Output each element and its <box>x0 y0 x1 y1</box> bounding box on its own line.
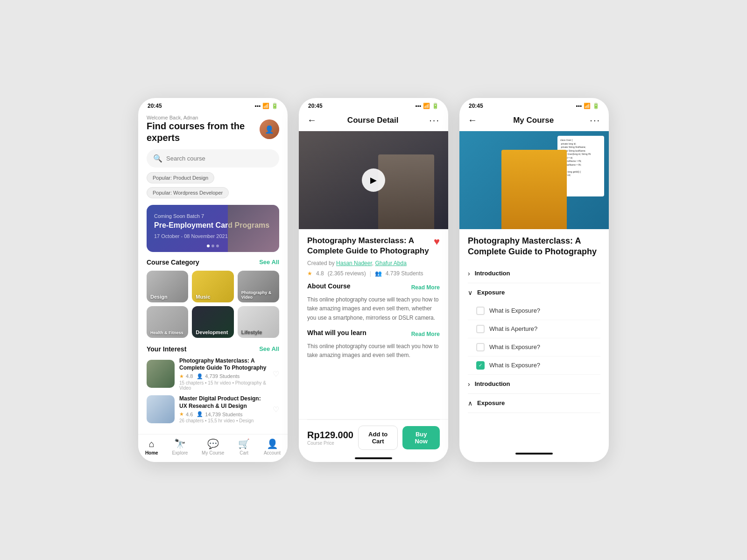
sub-label-2: What is Aperture? <box>489 325 537 332</box>
course-detail-title: Course Detail <box>347 116 399 125</box>
tag-wordpress[interactable]: Popular: Wordpress Developer <box>147 187 229 198</box>
cat-health-bg: Health & Fitness <box>147 306 188 338</box>
interest-see-all[interactable]: See All <box>259 345 279 352</box>
interest-sub-1: 15 chapters • 15 hr video • Photography … <box>179 380 268 391</box>
category-see-all[interactable]: See All <box>259 259 279 266</box>
rating-value: 4.8 <box>316 270 324 277</box>
my-course-title: My Course <box>513 116 554 125</box>
cat-photo-label: Photography & Video <box>241 290 275 300</box>
explore-icon: 🔭 <box>174 438 186 449</box>
nav-cart[interactable]: 🛒 Cart <box>238 438 250 455</box>
interest-item-1[interactable]: Photography Masterclass: A Complete Guid… <box>147 357 279 391</box>
back-button-2[interactable]: ← <box>307 115 317 126</box>
curriculum-exposure: ∨ Exposure What is Exposure? What is Ape… <box>468 283 600 375</box>
battery-icon-3: 🔋 <box>592 103 599 109</box>
search-input[interactable] <box>166 155 273 162</box>
dot-1 <box>207 245 210 247</box>
more-button-2[interactable]: ··· <box>429 115 440 126</box>
battery-icon-2: 🔋 <box>432 103 439 109</box>
category-dev[interactable]: Development <box>192 306 233 338</box>
banner-bg <box>228 205 279 252</box>
checkbox-3[interactable] <box>476 343 485 351</box>
checkbox-4[interactable]: ✓ <box>476 361 485 370</box>
interest-meta-2: ★ 4.6 👤 14,739 Students <box>179 411 268 417</box>
rating-1: 4.8 <box>186 373 193 379</box>
course-title: Photography Masterclass: A Complete Guid… <box>307 236 430 256</box>
cat-music-label: Music <box>196 294 210 300</box>
sub-label-3: What is Exposure? <box>489 343 540 350</box>
account-icon: 👤 <box>267 438 278 449</box>
play-button[interactable]: ▶ <box>362 168 385 192</box>
buy-now-button[interactable]: Buy Now <box>402 426 440 449</box>
checkbox-2[interactable] <box>476 325 485 333</box>
sub-item-1[interactable]: What is Exposure? <box>468 302 600 320</box>
page-headline: Find courses from the experts <box>147 120 260 144</box>
bottom-nav: ⌂ Home 🔭 Explore 💬 My Course 🛒 Cart 👤 Ac… <box>138 434 288 462</box>
course-price: Rp129.000 <box>307 430 353 441</box>
search-bar[interactable]: 🔍 <box>147 149 279 168</box>
nav-account[interactable]: 👤 Account <box>264 438 281 455</box>
avatar-img: 👤 <box>260 119 279 139</box>
interest-thumb-1 <box>147 360 175 388</box>
stars-icon: ★ <box>307 270 312 277</box>
interest-title: Your Interest <box>147 345 186 353</box>
category-lifestyle[interactable]: Lifestyle <box>238 306 279 338</box>
sub-item-3[interactable]: What is Exposure? <box>468 338 600 357</box>
category-photo[interactable]: Photography & Video <box>238 271 279 302</box>
category-design[interactable]: Design <box>147 271 188 302</box>
course3-hero: class User { private long id; private St… <box>459 131 609 229</box>
curriculum-exposure-2[interactable]: ∧ Exposure <box>468 394 600 413</box>
intro-label-1: Introduction <box>475 270 600 277</box>
course-detail-header: ← Course Detail ··· <box>299 111 448 131</box>
creator-2-link[interactable]: Ghafur Abda <box>375 260 406 266</box>
interest-thumb-2 <box>147 395 175 423</box>
about-read-more[interactable]: Read More <box>411 284 440 291</box>
thumb-photo-bg <box>147 360 175 388</box>
curriculum-intro-2[interactable]: › Introduction <box>468 375 600 394</box>
price-row: Rp129.000 Course Price Add to Cart Buy N… <box>307 420 440 454</box>
nav-home[interactable]: ⌂ Home <box>145 439 158 455</box>
home-icon: ⌂ <box>149 439 155 449</box>
creator-1-link[interactable]: Hasan Nadeer <box>336 260 372 266</box>
learn-label: What will you learn <box>307 329 366 336</box>
home-indicator-2 <box>355 457 392 459</box>
category-music[interactable]: Music <box>192 271 233 302</box>
curriculum-intro-1[interactable]: › Introduction <box>468 264 600 283</box>
add-to-cart-button[interactable]: Add to Cart <box>358 426 398 450</box>
my-course-header: ← My Course ··· <box>459 111 609 131</box>
exposure-label-2: Exposure <box>477 399 600 406</box>
exposure-header[interactable]: ∨ Exposure <box>468 283 600 302</box>
welcome-text: Welcome Back, Adnan <box>147 115 260 120</box>
screen-my-course: 20:45 ▪▪▪ 📶 🔋 ← My Course ··· class User… <box>459 98 609 462</box>
category-title: Course Category <box>147 259 199 266</box>
rating-row: ★ 4.8 (2.365 reviews) | 👥 4.739 Students <box>307 270 440 277</box>
search-icon: 🔍 <box>153 154 162 163</box>
time-1: 20:45 <box>148 103 162 109</box>
sub-item-2[interactable]: What is Aperture? <box>468 320 600 338</box>
heart-button-1[interactable]: ♡ <box>273 370 279 378</box>
sub-label-1: What is Exposure? <box>489 307 540 314</box>
interest-title-1: Photography Masterclass: A Complete Guid… <box>179 357 268 372</box>
interest-item-2[interactable]: Master Digital Product Design: UX Resear… <box>147 395 279 423</box>
status-bar-2: 20:45 ▪▪▪ 📶 🔋 <box>299 98 448 111</box>
category-grid: Design Music Photography & Video Health … <box>147 271 279 338</box>
heart-button-2[interactable]: ♡ <box>273 405 279 414</box>
nav-explore[interactable]: 🔭 Explore <box>172 438 188 455</box>
promo-banner[interactable]: Coming Soon Batch 7 Pre-Employment Card … <box>147 205 279 252</box>
cat-lifestyle-label: Lifestyle <box>241 329 262 335</box>
checkbox-1[interactable] <box>476 307 485 315</box>
sub-item-4[interactable]: ✓ What is Exposure? <box>468 357 600 375</box>
tag-product-design[interactable]: Popular: Product Design <box>147 172 214 183</box>
more-button-3[interactable]: ··· <box>590 115 600 126</box>
category-health[interactable]: Health & Fitness <box>147 306 188 338</box>
exposure-label: Exposure <box>477 289 600 296</box>
back-button-3[interactable]: ← <box>468 115 477 126</box>
favorite-button[interactable]: ♥ <box>434 236 440 248</box>
nav-mycourse[interactable]: 💬 My Course <box>202 438 224 455</box>
cart-icon: 🛒 <box>238 438 250 449</box>
avatar[interactable]: 👤 <box>260 119 279 139</box>
about-desc: This online photography course will teac… <box>307 295 440 322</box>
about-section-row: About Course Read More <box>307 282 440 293</box>
learn-read-more[interactable]: Read More <box>411 331 440 337</box>
chevron-up-icon-2: ∧ <box>468 399 472 407</box>
